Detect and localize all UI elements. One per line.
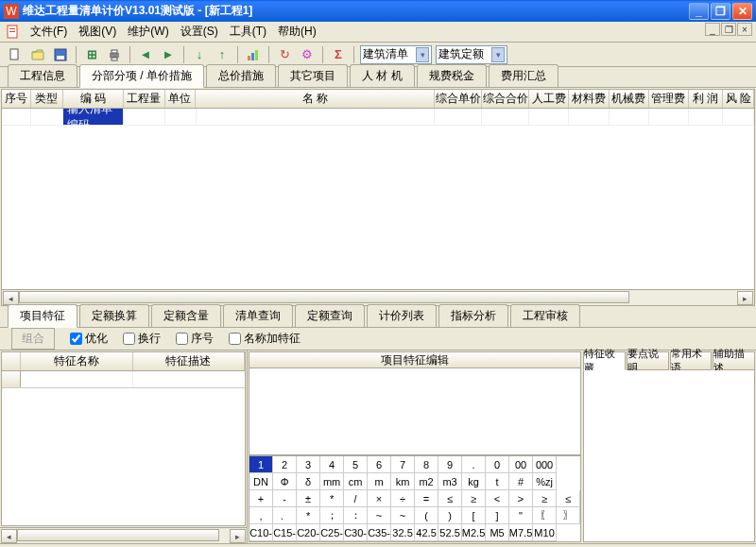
list-type-combo[interactable]: 建筑清单▾ bbox=[360, 45, 432, 64]
keypad-4-4[interactable]: C30- bbox=[344, 524, 368, 541]
keypad-0-11[interactable]: 00 bbox=[509, 456, 533, 473]
keypad-2-0[interactable]: + bbox=[249, 490, 273, 507]
grid-col-7[interactable]: 综合合价 bbox=[482, 90, 529, 108]
keypad-0-5[interactable]: 6 bbox=[368, 456, 391, 473]
nav-tab-5[interactable]: 规费税金 bbox=[417, 64, 487, 87]
keypad-0-9[interactable]: . bbox=[462, 456, 486, 473]
keypad-2-6[interactable]: ÷ bbox=[391, 490, 415, 507]
menu-file[interactable]: 文件(F) bbox=[25, 22, 73, 42]
helper-tab-1[interactable]: 要点说明 bbox=[627, 351, 669, 370]
grid-col-6[interactable]: 综合单价 bbox=[435, 90, 482, 108]
keypad-1-10[interactable]: t bbox=[486, 473, 509, 490]
keypad-1-3[interactable]: mm bbox=[320, 473, 344, 490]
sigma-icon[interactable]: Σ bbox=[329, 45, 348, 64]
keypad-4-11[interactable]: M7.5 bbox=[509, 524, 533, 541]
new-icon[interactable] bbox=[6, 45, 25, 64]
keypad-3-9[interactable]: [ bbox=[462, 507, 486, 524]
close-button[interactable]: ✕ bbox=[732, 3, 752, 20]
keypad-1-8[interactable]: m3 bbox=[438, 473, 462, 490]
keypad-3-0[interactable]: , bbox=[249, 507, 273, 524]
keypad-4-5[interactable]: C35- bbox=[368, 524, 391, 541]
grid-col-11[interactable]: 管理费 bbox=[649, 90, 689, 108]
menu-settings[interactable]: 设置(S) bbox=[175, 22, 224, 42]
keypad-2-4[interactable]: / bbox=[344, 490, 368, 507]
horizontal-scrollbar[interactable]: ◂ ▸ bbox=[2, 289, 754, 305]
grid-col-8[interactable]: 人工费 bbox=[529, 90, 569, 108]
keypad-3-3[interactable]: ； bbox=[320, 507, 344, 524]
keypad-2-10[interactable]: < bbox=[486, 490, 509, 507]
keypad-4-10[interactable]: M5 bbox=[486, 524, 509, 541]
helper-tab-0[interactable]: 特征收藏 bbox=[583, 351, 626, 370]
keypad-1-12[interactable]: %zj bbox=[533, 473, 557, 490]
keypad-2-12[interactable]: ≥ bbox=[533, 490, 557, 507]
keypad-3-4[interactable]: ： bbox=[344, 507, 368, 524]
keypad-0-8[interactable]: 9 bbox=[438, 456, 462, 473]
keypad-2-11[interactable]: > bbox=[509, 490, 533, 507]
restore-button[interactable]: ❐ bbox=[711, 3, 730, 20]
keypad-3-7[interactable]: ( bbox=[415, 507, 438, 524]
grid-col-4[interactable]: 单位 bbox=[165, 90, 197, 108]
refresh-icon[interactable]: ↻ bbox=[275, 45, 294, 64]
keypad-1-11[interactable]: # bbox=[509, 473, 533, 490]
keypad-0-10[interactable]: 0 bbox=[486, 456, 509, 473]
grid-col-12[interactable]: 利 润 bbox=[689, 90, 723, 108]
keypad-1-1[interactable]: Φ bbox=[273, 473, 297, 490]
lower-tab-7[interactable]: 工程审核 bbox=[510, 304, 580, 327]
keypad-3-11[interactable]: " bbox=[509, 507, 533, 524]
keypad-3-1[interactable]: 、 bbox=[273, 507, 297, 524]
keypad-1-7[interactable]: m2 bbox=[415, 473, 438, 490]
keypad-4-8[interactable]: 52.5 bbox=[438, 524, 462, 541]
lower-tab-5[interactable]: 计价列表 bbox=[367, 304, 437, 327]
left-scrollbar[interactable]: ◂ ▸ bbox=[0, 527, 247, 543]
helper-tab-2[interactable]: 常用术语 bbox=[670, 351, 713, 370]
lower-tab-6[interactable]: 指标分析 bbox=[438, 304, 508, 327]
keypad-2-1[interactable]: - bbox=[273, 490, 297, 507]
keypad-2-2[interactable]: ± bbox=[297, 490, 320, 507]
print-icon[interactable] bbox=[105, 45, 124, 64]
combine-button[interactable]: 组合 bbox=[11, 328, 55, 350]
nav-tab-1[interactable]: 分部分项 / 单价措施 bbox=[79, 64, 204, 88]
grid-col-5[interactable]: 名 称 bbox=[196, 90, 435, 108]
mdi-restore[interactable]: ❐ bbox=[721, 23, 736, 36]
keypad-3-8[interactable]: ) bbox=[438, 507, 462, 524]
keypad-4-7[interactable]: 42.5 bbox=[415, 524, 438, 541]
arrow-left-icon[interactable]: ◄ bbox=[136, 45, 155, 64]
nav-tab-4[interactable]: 人 材 机 bbox=[350, 64, 415, 87]
keypad-0-0[interactable]: 1 bbox=[249, 456, 273, 473]
keypad-3-5[interactable]: ~ bbox=[368, 507, 391, 524]
keypad-0-2[interactable]: 3 bbox=[297, 456, 320, 473]
keypad-0-7[interactable]: 8 bbox=[415, 456, 438, 473]
minimize-button[interactable]: _ bbox=[689, 3, 709, 20]
scroll-right-button[interactable]: ▸ bbox=[737, 291, 753, 305]
keypad-4-6[interactable]: 32.5 bbox=[391, 524, 415, 541]
keypad-0-3[interactable]: 4 bbox=[320, 456, 344, 473]
lower-tab-2[interactable]: 定额含量 bbox=[151, 304, 221, 327]
gear-icon[interactable]: ⚙ bbox=[298, 45, 317, 64]
keypad-0-4[interactable]: 5 bbox=[344, 456, 368, 473]
menu-view[interactable]: 视图(V) bbox=[73, 22, 122, 42]
keypad-2-3[interactable]: * bbox=[320, 490, 344, 507]
grid-col-0[interactable]: 序号 bbox=[2, 90, 31, 108]
keypad-1-0[interactable]: DN bbox=[249, 473, 273, 490]
keypad-1-6[interactable]: km bbox=[391, 473, 415, 490]
grid-col-10[interactable]: 机械费 bbox=[610, 90, 649, 108]
grid-col-1[interactable]: 类型 bbox=[31, 90, 64, 108]
menu-tools[interactable]: 工具(T) bbox=[224, 22, 272, 42]
quota-type-combo[interactable]: 建筑定额▾ bbox=[436, 45, 507, 64]
nav-tab-6[interactable]: 费用汇总 bbox=[489, 64, 558, 87]
code-input-cell[interactable]: 输入清单编码 bbox=[63, 109, 124, 126]
keypad-4-3[interactable]: C25- bbox=[320, 524, 344, 541]
check-1[interactable]: 换行 bbox=[123, 331, 161, 347]
grid-col-3[interactable]: 工程量 bbox=[124, 90, 165, 108]
open-icon[interactable] bbox=[28, 45, 47, 64]
keypad-2-8[interactable]: ≤ bbox=[438, 490, 462, 507]
check-0[interactable]: 优化 bbox=[70, 331, 108, 347]
menu-help[interactable]: 帮助(H) bbox=[272, 22, 322, 42]
lower-tab-0[interactable]: 项目特征 bbox=[8, 304, 77, 328]
keypad-0-12[interactable]: 000 bbox=[533, 456, 557, 473]
check-3[interactable]: 名称加特征 bbox=[229, 331, 301, 347]
keypad-4-9[interactable]: M2.5 bbox=[462, 524, 486, 541]
keypad-3-2[interactable]: * bbox=[297, 507, 320, 524]
keypad-3-13[interactable]: 〗 bbox=[557, 507, 580, 524]
lower-tab-4[interactable]: 定额查询 bbox=[295, 304, 365, 327]
